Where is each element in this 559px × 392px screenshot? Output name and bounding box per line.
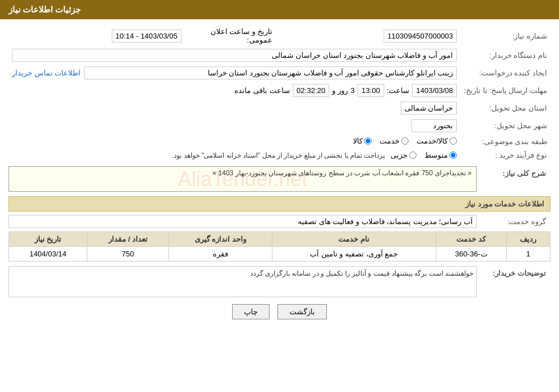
- chap-button[interactable]: چاپ: [232, 304, 270, 319]
- tarikh-label: تاریخ و ساعت اعلان عمومی:: [185, 25, 276, 47]
- nam-dastgah-value: امور آب و فاضلاب شهرستان بجنورد استان خر…: [12, 49, 457, 62]
- shahr-value: بجنورد: [411, 119, 457, 132]
- mohlet-rooz-value: 3: [351, 86, 355, 95]
- buttons-row: بازگشت چاپ: [9, 304, 550, 319]
- main-info-table: شماره نیاز: 1103094507000003 تاریخ و ساع…: [9, 25, 550, 162]
- nooe-label: نوع فرآیند خرید :: [460, 149, 550, 162]
- nooe-radio-motevaset[interactable]: [449, 151, 457, 159]
- tosihaat-value-cell: خواهشمند است برگه پیشنهاد قیمت و آنالیز …: [9, 266, 477, 297]
- th-vahed: واحد اندازه گیری: [169, 232, 272, 247]
- tabaqe-radio-kala-service[interactable]: [449, 137, 457, 145]
- mohlet-mande-label: ساعت باقی مانده: [234, 86, 289, 95]
- tabaqe-radio-khedmat[interactable]: [401, 137, 409, 145]
- sharh-row: شرح کلی نیاز: « تجدیداجرای 750 فقره انشع…: [9, 166, 550, 192]
- tabaqe-label-khedmat: خدمت: [380, 137, 400, 145]
- tosihaat-label: توضیحات خریدار:: [477, 266, 550, 277]
- mohlet-saat-label: ساعت:: [387, 86, 410, 95]
- ostan-label: استان محل تحویل:: [460, 99, 550, 117]
- mohlet-date: 1403/03/08: [412, 84, 457, 97]
- ijad-link[interactable]: اطلاعات تماس خریدار: [12, 69, 81, 77]
- cell-name: جمع آوری، تصفیه و تامین آب: [272, 247, 436, 262]
- tabaqe-label: طبقه بندی موضوعی:: [460, 134, 550, 149]
- mohlet-value-cell: 1403/03/08 ساعت: 13:00 3 روز و 02:32:20 …: [9, 82, 460, 99]
- cell-tedad: 750: [87, 247, 169, 262]
- tabaqe-option-khedmat[interactable]: خدمت: [380, 137, 409, 145]
- th-tedad: تعداد / مقدار: [87, 232, 169, 247]
- nooe-radio-jozii[interactable]: [409, 151, 417, 159]
- th-radif: ردیف: [506, 232, 550, 247]
- tabaqe-radio-group: کالا/خدمت خدمت کالا: [353, 137, 457, 145]
- sharh-label: شرح کلی نیاز:: [477, 166, 550, 178]
- ostan-value: خراسان شمالی: [401, 102, 457, 115]
- mohlet-label: مهلت ارسال پاسخ: تا تاریخ:: [460, 82, 550, 99]
- nooe-option-jozii[interactable]: جزیی: [390, 151, 417, 159]
- page-header: جزئیات اطلاعات نیاز: [0, 0, 559, 19]
- nam-dastgah-label: نام دستگاه خریدار:: [460, 47, 550, 64]
- tarikh-value: 1403/03/05 - 10:14: [112, 29, 182, 43]
- group-value-cell: آب رسانی؛ مدیریت پسماند، فاضلاب و فعالیت…: [9, 215, 477, 228]
- shomara-value-cell: 1103094507000003: [276, 25, 461, 47]
- ijad-label: ایجاد کننده درخواست:: [460, 64, 550, 82]
- shomara-label: شماره نیاز:: [460, 25, 550, 47]
- nooe-label-jozii: جزیی: [390, 151, 407, 159]
- tosihaat-row: توضیحات خریدار: خواهشمند است برگه پیشنها…: [9, 266, 550, 297]
- th-kod: کد خدمت: [436, 232, 506, 247]
- table-row: 1ت-36-360جمع آوری، تصفیه و تامین آبفقره7…: [9, 247, 550, 262]
- mohlet-saat-value: 13:00: [358, 84, 384, 97]
- content-area: شماره نیاز: 1103094507000003 تاریخ و ساع…: [0, 19, 559, 331]
- tarikh-value-cell: 1403/03/05 - 10:14: [9, 25, 185, 47]
- group-value: آب رسانی؛ مدیریت پسماند، فاضلاب و فعالیت…: [9, 215, 477, 228]
- shomara-value: 1103094507000003: [384, 29, 457, 43]
- sharh-value-cell: « تجدیداجرای 750 فقره انشعاب آب شرب در س…: [9, 166, 477, 192]
- cell-tarikh: 1404/03/14: [9, 247, 87, 262]
- nooe-option-motevaset[interactable]: متوسط: [424, 151, 457, 159]
- tabaqe-option-kala[interactable]: کالا: [353, 137, 372, 145]
- th-tarikh: تاریخ نیاز: [9, 232, 87, 247]
- nooe-radio-group: متوسط جزیی: [390, 151, 457, 159]
- header-title: جزئیات اطلاعات نیاز: [9, 5, 81, 14]
- th-name: نام خدمت: [272, 232, 436, 247]
- shahr-label: شهر محل تحویل:: [460, 117, 550, 134]
- nam-dastgah-value-cell: امور آب و فاضلاب شهرستان بجنورد استان خر…: [9, 47, 460, 64]
- tabaqe-label-kala: کالا: [353, 137, 363, 145]
- group-label: گروه خدمت:: [477, 217, 550, 226]
- cell-radif: 1: [506, 247, 550, 262]
- sharh-value: « تجدیداجرای 750 فقره انشعاب آب شرب در س…: [213, 169, 472, 177]
- ostan-value-cell: خراسان شمالی: [9, 99, 460, 117]
- tosihaat-text: خواهشمند است برگه پیشنهاد قیمت و آنالیز …: [250, 269, 473, 277]
- shahr-value-cell: بجنورد: [9, 117, 460, 134]
- cell-kod: ت-36-360: [436, 247, 506, 262]
- service-table: ردیف کد خدمت نام خدمت واحد اندازه گیری ت…: [9, 231, 550, 262]
- ijad-value-cell: زینب ایرانلو کارشناس حقوقی امور آب و فاض…: [9, 64, 460, 82]
- nooe-value-cell: متوسط جزیی پرداخت تمام یا بخشی از مبلغ خ…: [9, 149, 460, 162]
- tabaqe-value-cell: کالا/خدمت خدمت کالا: [9, 134, 460, 149]
- bazgasht-button[interactable]: بازگشت: [278, 304, 327, 319]
- tabaqe-label-kala-service: کالا/خدمت: [417, 137, 448, 145]
- tabaqe-option-kala-service[interactable]: کالا/خدمت: [417, 137, 457, 145]
- group-row: گروه خدمت: آب رسانی؛ مدیریت پسماند، فاضل…: [9, 215, 550, 228]
- mohlet-rooz-label: روز و: [332, 86, 348, 95]
- sharh-box: « تجدیداجرای 750 فقره انشعاب آب شرب در س…: [9, 166, 477, 192]
- tosihaat-value: خواهشمند است برگه پیشنهاد قیمت و آنالیز …: [9, 266, 477, 297]
- tabaqe-radio-kala[interactable]: [364, 137, 372, 145]
- mohlet-mande-value: 02:32:20: [293, 84, 330, 97]
- ijad-value: زینب ایرانلو کارشناس حقوقی امور آب و فاض…: [84, 66, 457, 79]
- page-wrapper: جزئیات اطلاعات نیاز شماره نیاز: 11030945…: [0, 0, 559, 392]
- nooe-description: پرداخت تمام یا بخشی از مبلغ خریدار از مح…: [172, 151, 385, 159]
- khadamat-section-header: اطلاعات خدمات مورد نیاز: [9, 196, 550, 212]
- nooe-label-motevaset: متوسط: [424, 151, 448, 159]
- cell-vahed: فقره: [169, 247, 272, 262]
